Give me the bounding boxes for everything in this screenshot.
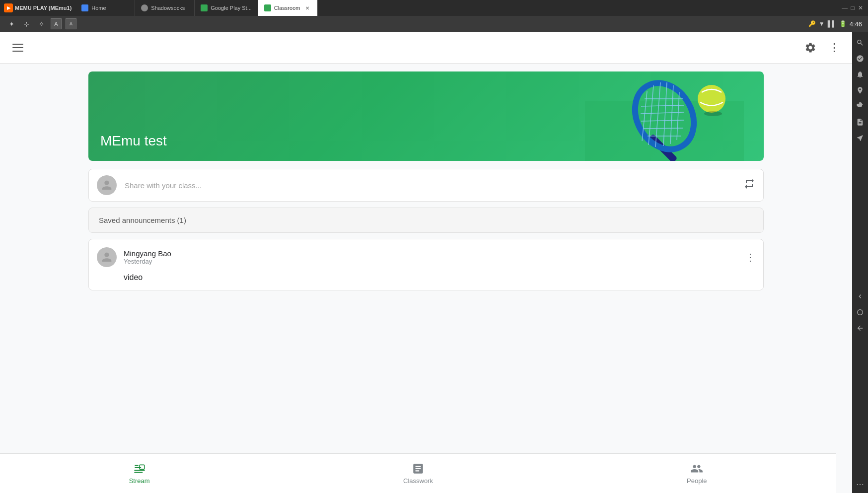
system-icons-left: ✦ ⊹ ✧ A A: [6, 18, 76, 29]
svg-line-13: [644, 128, 683, 129]
sys-icon-a: A: [66, 18, 76, 29]
close-button[interactable]: ✕: [857, 4, 864, 11]
wifi-icon: ▼: [819, 20, 825, 27]
system-icons-right: 🔑 ▼ ▌▌ 🔋 4:46: [808, 20, 862, 28]
bottom-nav: Stream Classwork People: [0, 453, 836, 493]
svg-rect-17: [135, 465, 139, 466]
course-banner: MEmu test: [88, 71, 764, 161]
memu-logo-icon: ▶: [4, 3, 13, 12]
sidebar-tool-1[interactable]: [853, 36, 867, 50]
sidebar-tool-3[interactable]: [853, 68, 867, 81]
tabs-bar: Home Shadowsocks Google Play St... Class…: [75, 0, 837, 16]
minimize-button[interactable]: —: [841, 4, 848, 11]
post-author-avatar: [97, 247, 117, 267]
tab-close-classroom[interactable]: ✕: [303, 4, 311, 12]
svg-rect-18: [135, 467, 141, 468]
post-info: Mingyang Bao Yesterday: [124, 249, 738, 265]
share-action-button[interactable]: [743, 178, 755, 193]
memu-logo: ▶ MEMU PLAY (MEmu1): [4, 3, 72, 12]
shadowsocks-favicon: [141, 4, 148, 11]
sidebar-back[interactable]: [853, 321, 867, 335]
post-author: Mingyang Bao: [124, 249, 738, 258]
settings-button[interactable]: [800, 38, 820, 58]
svg-point-16: [704, 111, 722, 116]
hamburger-line-1: [12, 44, 23, 45]
main-area: ⋮ MEmu test: [0, 32, 868, 493]
battery-icon: 🔋: [839, 20, 847, 27]
saved-announcements[interactable]: Saved announcements (1): [88, 208, 764, 233]
key-icon: 🔑: [808, 20, 816, 27]
tab-classroom-label: Classroom: [274, 5, 300, 11]
stream-icon: [133, 462, 146, 475]
app-scroll[interactable]: MEmu test: [0, 64, 852, 493]
saved-announcements-label: Saved announcements (1): [99, 216, 186, 224]
sys-icon-2: ⊹: [21, 18, 32, 29]
app-content: ⋮ MEmu test: [0, 32, 852, 493]
course-title: MEmu test: [100, 133, 167, 149]
people-icon: [690, 462, 703, 475]
tab-google-play-label: Google Play St...: [211, 5, 252, 11]
sys-icon-3: ✧: [36, 18, 47, 29]
people-label: People: [687, 477, 707, 485]
classwork-icon: [412, 462, 425, 475]
nav-people[interactable]: People: [558, 454, 836, 493]
sys-icon-box: A: [51, 18, 62, 29]
banner-illustration: [359, 71, 764, 161]
tab-shadowsocks[interactable]: Shadowsocks: [135, 0, 195, 16]
memu-title: MEMU PLAY (MEmu1): [15, 5, 72, 11]
classroom-favicon: [264, 4, 271, 11]
sidebar-tool-4[interactable]: [853, 83, 867, 97]
sidebar-tool-2[interactable]: [853, 52, 867, 66]
sidebar-expand-left[interactable]: [853, 289, 867, 303]
nav-classwork[interactable]: Classwork: [279, 454, 557, 493]
post-card: Mingyang Bao Yesterday ⋮ video: [88, 239, 764, 290]
tab-google-play[interactable]: Google Play St...: [195, 0, 258, 16]
classwork-label: Classwork: [403, 477, 433, 485]
topbar-actions: ⋮: [800, 38, 844, 58]
sys-icon-1: ✦: [6, 18, 17, 29]
share-placeholder[interactable]: Share with your class...: [125, 181, 735, 190]
sidebar-more-dots[interactable]: ⋯: [856, 480, 864, 489]
post-time: Yesterday: [124, 258, 738, 265]
post-menu-button[interactable]: ⋮: [745, 251, 755, 263]
hamburger-line-3: [12, 51, 23, 52]
right-sidebar: ⋯: [852, 32, 868, 493]
more-options-button[interactable]: ⋮: [824, 38, 844, 58]
tab-shadowsocks-label: Shadowsocks: [151, 5, 185, 11]
maximize-button[interactable]: □: [849, 4, 856, 11]
google-play-favicon: [201, 4, 208, 11]
home-favicon: [81, 4, 88, 11]
tab-home[interactable]: Home: [75, 0, 135, 16]
window-controls: — □ ✕: [841, 4, 864, 11]
hamburger-line-2: [12, 47, 23, 48]
sidebar-circle[interactable]: [853, 305, 867, 319]
sidebar-tool-6[interactable]: [853, 115, 867, 129]
title-bar: ▶ MEMU PLAY (MEmu1) Home Shadowsocks Goo…: [0, 0, 868, 16]
user-avatar: [97, 175, 117, 195]
stream-label: Stream: [129, 477, 150, 485]
system-time: 4:46: [850, 20, 862, 28]
signal-icon: ▌▌: [828, 20, 836, 27]
app-topbar: ⋮: [0, 32, 852, 64]
tab-home-label: Home: [91, 5, 106, 11]
sidebar-tool-7[interactable]: [853, 131, 867, 145]
sidebar-tool-5[interactable]: [853, 99, 867, 113]
share-box[interactable]: Share with your class...: [88, 169, 764, 202]
system-bar: ✦ ⊹ ✧ A A 🔑 ▼ ▌▌ 🔋 4:46: [0, 16, 868, 32]
menu-button[interactable]: [8, 38, 28, 58]
tab-classroom[interactable]: Classroom ✕: [258, 0, 318, 16]
svg-point-20: [858, 310, 863, 315]
nav-stream[interactable]: Stream: [0, 454, 279, 493]
post-content: video: [97, 273, 755, 282]
post-header: Mingyang Bao Yesterday ⋮: [97, 247, 755, 267]
